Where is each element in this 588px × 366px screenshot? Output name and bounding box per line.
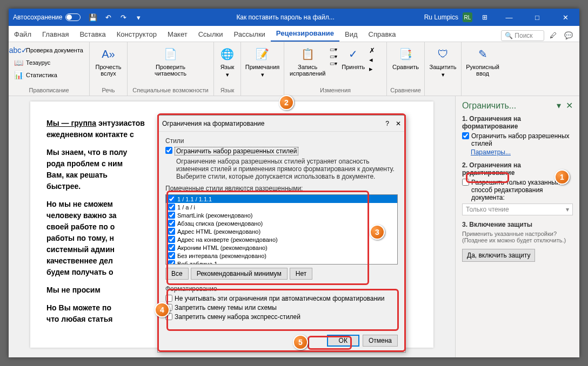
thesaurus-button[interactable]: 📖Тезаурус: [12, 57, 86, 69]
title-bar: Автосохранение 💾 ↶ ↷ ▾ Как поставить пар…: [9, 9, 579, 26]
tab-insert[interactable]: Вставка: [74, 27, 111, 42]
search-input[interactable]: 🔍 Поиск: [501, 30, 544, 41]
marker-5: 5: [293, 335, 308, 350]
comments-button[interactable]: 📝Примечания▾: [244, 44, 280, 79]
accept-button[interactable]: ✓Принять: [339, 44, 367, 71]
track-changes-button[interactable]: 📋Запись исправлений: [288, 44, 328, 78]
select-none-button[interactable]: Нет: [290, 268, 312, 280]
qat-dropdown-icon[interactable]: ▾: [133, 12, 143, 22]
pane-dropdown-icon[interactable]: ▾: [557, 101, 561, 110]
autosave-toggle[interactable]: [65, 13, 81, 21]
spellcheck-button[interactable]: abc✓Проверка документа: [12, 44, 86, 56]
chevron-down-icon: ▾: [226, 71, 229, 78]
select-all-button[interactable]: Все: [165, 268, 189, 280]
tab-references[interactable]: Ссылки: [193, 27, 229, 42]
user-avatar[interactable]: RL: [463, 12, 472, 22]
pen-icon: ✎: [474, 45, 491, 63]
reject-icon[interactable]: ✗: [369, 46, 375, 55]
accept-icon: ✓: [345, 45, 362, 63]
enable-protection-button[interactable]: Да, включить защиту: [462, 249, 535, 262]
formatting-settings-link[interactable]: Параметры...: [471, 148, 573, 156]
shield-icon: 🛡: [435, 45, 452, 63]
redo-icon[interactable]: ↷: [118, 12, 128, 22]
dialog-title: Ограничения на форматирование: [162, 120, 264, 127]
chevron-down-icon: ▾: [261, 71, 264, 78]
editing-mode-combo[interactable]: Только чтение▾: [462, 204, 573, 215]
tab-layout[interactable]: Макет: [162, 27, 193, 42]
autoformat-checkbox[interactable]: [165, 295, 172, 302]
speaker-icon: A»: [100, 45, 117, 63]
maximize-button[interactable]: □: [525, 9, 549, 26]
tab-review[interactable]: Рецензирование: [271, 26, 339, 42]
accessibility-button[interactable]: 📄Проверить читаемость: [131, 44, 210, 78]
ok-button[interactable]: ОК: [327, 335, 359, 347]
compare-icon: 📑: [397, 45, 415, 63]
help-icon[interactable]: ?: [385, 120, 389, 127]
pane-title: Ограничить...: [462, 101, 516, 111]
display-mode[interactable]: ▭▾: [330, 46, 337, 52]
document-refresh-icon: 📄: [162, 45, 179, 63]
tab-mailings[interactable]: Рассылки: [228, 27, 270, 42]
close-button[interactable]: ✕: [553, 9, 577, 26]
dialog-close-icon[interactable]: ✕: [396, 120, 401, 127]
marker-4: 4: [155, 302, 170, 317]
window-title: Как поставить пароль на файл...: [146, 13, 424, 21]
restrict-editing-pane: Ограничить...▾ ✕ 1. Ограничения на форма…: [455, 96, 579, 357]
ink-button[interactable]: ✎Рукописный ввод: [465, 44, 500, 78]
ribbon-tabs: Файл Главная Вставка Конструктор Макет С…: [9, 26, 579, 42]
globe-icon: 🌐: [219, 45, 236, 63]
ribbon: abc✓Проверка документа 📖Тезаурус 📊Статис…: [9, 42, 579, 96]
show-markup[interactable]: ▭▾: [330, 53, 337, 59]
language-button[interactable]: 🌐Язык▾: [217, 44, 237, 79]
pane-close-icon[interactable]: ✕: [566, 101, 573, 110]
compare-button[interactable]: 📑Сравнить: [390, 44, 421, 71]
comments-icon[interactable]: 💬: [562, 29, 575, 42]
ribbon-options-icon[interactable]: ⊞: [477, 13, 493, 21]
prev-icon[interactable]: ◂: [369, 56, 375, 64]
cancel-button[interactable]: Отмена: [363, 335, 398, 347]
restrict-formatting-checkbox[interactable]: [462, 132, 469, 139]
next-icon[interactable]: ▸: [369, 65, 375, 73]
protect-button[interactable]: 🛡Защитить▾: [428, 44, 458, 79]
chevron-down-icon: ▾: [566, 206, 569, 213]
pencil-icon: 📋: [299, 45, 316, 63]
wordcount-button[interactable]: 📊Статистика: [12, 69, 86, 81]
tab-design[interactable]: Конструктор: [111, 27, 162, 42]
stats-icon: 📊: [13, 70, 24, 80]
chevron-down-icon: ▾: [442, 71, 445, 78]
undo-icon[interactable]: ↶: [103, 12, 113, 22]
formatting-restrictions-dialog: Ограничения на форматирование ?✕ Стили О…: [157, 115, 406, 353]
book-icon: 📖: [13, 57, 24, 68]
minimize-button[interactable]: —: [497, 9, 521, 26]
check-icon: abc✓: [13, 45, 24, 56]
recommended-button[interactable]: Рекомендованный минимум: [191, 268, 288, 280]
tab-home[interactable]: Главная: [37, 27, 74, 42]
reviewing-pane[interactable]: ▭▾: [330, 60, 337, 66]
marker-2: 2: [279, 95, 294, 110]
styles-listbox[interactable]: 1 / 1.1 / 1.1.1 1 / a / i SmartLink (рек…: [165, 194, 398, 265]
tab-view[interactable]: Вид: [339, 27, 363, 42]
read-aloud-button[interactable]: A»Прочесть вслух: [93, 44, 124, 78]
share-icon[interactable]: 🖊: [547, 29, 559, 42]
marker-1: 1: [554, 170, 570, 185]
user-name: Ru Lumpics: [424, 13, 458, 21]
comment-icon: 📝: [254, 45, 271, 63]
tab-help[interactable]: Справка: [363, 27, 402, 42]
autosave-label: Автосохранение: [13, 13, 62, 21]
save-icon[interactable]: 💾: [88, 12, 98, 22]
tab-file[interactable]: Файл: [9, 27, 37, 42]
marker-3: 3: [370, 225, 385, 240]
limit-styles-checkbox[interactable]: [165, 147, 172, 154]
restrict-editing-checkbox[interactable]: [462, 179, 469, 186]
